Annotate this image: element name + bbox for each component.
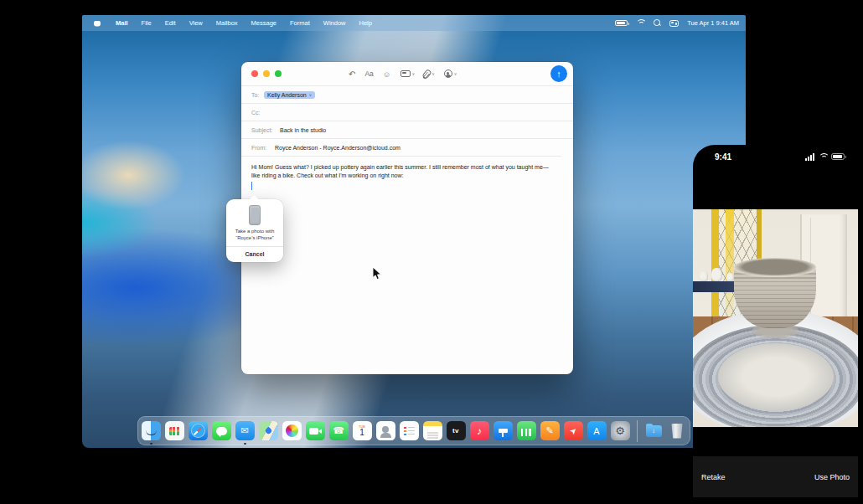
dock-icon-phone[interactable]: ☎ <box>329 421 349 440</box>
dock-icon-messages[interactable] <box>212 421 231 440</box>
chevron-down-icon: ∨ <box>309 93 312 97</box>
note-lines-icon <box>427 432 438 433</box>
menu-mail[interactable]: Mail <box>109 19 135 27</box>
paperclip-icon <box>421 69 432 80</box>
rocket-icon: ➤ <box>567 425 579 437</box>
menu-format[interactable]: Format <box>283 19 317 27</box>
dock-icon-finder[interactable] <box>142 421 161 440</box>
text-cursor <box>251 182 252 190</box>
window-titlebar[interactable]: ↶ Aa ☺ ∨ ∨ ∨ ↑ <box>241 62 573 85</box>
retake-button[interactable]: Retake <box>701 473 726 481</box>
podium-icon <box>499 429 508 433</box>
app-store-a-icon: A <box>593 426 599 436</box>
close-button[interactable] <box>251 70 258 77</box>
menu-mailbox[interactable]: Mailbox <box>209 19 245 27</box>
compass-icon <box>191 424 205 438</box>
wifi-icon <box>818 153 828 161</box>
iphone-status-bar: 9:41 <box>693 145 858 168</box>
recipient-name: Kelly Anderson <box>267 92 307 98</box>
dock-icon-calendar[interactable]: TUE1 <box>353 421 372 440</box>
dock-icon-trash[interactable] <box>668 421 687 440</box>
dock-icon-photos[interactable] <box>282 421 302 440</box>
insert-from-iphone-button[interactable]: ∨ <box>444 69 457 78</box>
person-silhouette-icon <box>382 426 389 433</box>
menu-window[interactable]: Window <box>317 19 353 27</box>
from-field[interactable]: From: Royce Anderson - Royce.Anderson@ic… <box>241 138 573 156</box>
menu-bar-clock[interactable]: Tue Apr 1 9:41 AM <box>687 19 739 27</box>
search-icon[interactable] <box>654 19 661 27</box>
attach-button[interactable]: ∨ <box>424 69 435 79</box>
subject-value: Back in the studio <box>280 127 326 133</box>
dock-icon-apple-tv[interactable]: tv <box>447 421 466 440</box>
tv-logo-icon: tv <box>452 427 459 435</box>
menu-file[interactable]: File <box>135 19 158 27</box>
chevron-down-icon: ∨ <box>412 71 416 76</box>
minimize-button[interactable] <box>263 70 270 77</box>
mail-compose-window: ↶ Aa ☺ ∨ ∨ ∨ ↑ To: Kelly Anderson ∨ Cc: … <box>241 62 573 374</box>
launchpad-grid-icon <box>169 427 180 435</box>
undo-icon[interactable]: ↶ <box>349 69 355 79</box>
dock-icon-music[interactable]: ♪ <box>470 421 489 440</box>
menu-edit[interactable]: Edit <box>158 19 183 27</box>
dock-icon-maps[interactable] <box>259 421 278 440</box>
popover-text-line2: “Royce’s iPhone” <box>230 235 280 242</box>
from-label: From: <box>251 145 275 151</box>
zoom-button[interactable] <box>275 70 282 77</box>
cc-field[interactable]: Cc: <box>241 103 573 121</box>
map-pointer-icon <box>264 427 272 435</box>
battery-icon[interactable] <box>615 20 628 26</box>
dock-divider <box>637 420 638 442</box>
from-value: Royce Anderson - Royce.Anderson@icloud.c… <box>275 145 400 151</box>
dock-icon-pages[interactable]: ✎ <box>540 421 560 440</box>
send-button[interactable]: ↑ <box>550 65 567 82</box>
pottery-piece <box>711 268 722 281</box>
captured-photo <box>693 209 858 427</box>
dock-icon-system-settings[interactable]: ⚙ <box>611 421 630 440</box>
phone-handset-icon: ☎ <box>333 425 344 436</box>
dock-icon-rocket[interactable]: ➤ <box>564 421 583 440</box>
subject-field[interactable]: Subject: Back in the studio <box>241 121 573 138</box>
wifi-icon[interactable] <box>636 19 645 27</box>
menu-bar: Mail File Edit View Mailbox Message Form… <box>82 15 746 31</box>
iphone-clock: 9:41 <box>715 152 731 162</box>
mouse-pointer-icon <box>372 266 382 281</box>
subject-label: Subject: <box>251 127 280 133</box>
to-field[interactable]: To: Kelly Anderson ∨ <box>241 85 573 103</box>
dock-icon-reminders[interactable] <box>400 421 419 440</box>
dock-icon-notes[interactable] <box>423 421 442 440</box>
battery-icon <box>831 153 845 160</box>
dock-icon-downloads[interactable] <box>644 421 664 440</box>
mac-desktop: Mail File Edit View Mailbox Message Form… <box>82 15 746 448</box>
dock-icon-mail[interactable]: ✉ <box>235 421 255 440</box>
dock-icon-launchpad[interactable] <box>165 421 184 440</box>
dock-icon-facetime[interactable] <box>306 421 325 440</box>
photo-browser-icon <box>400 70 411 78</box>
dock-icon-app-store[interactable]: A <box>587 421 607 440</box>
dock-icon-safari[interactable] <box>189 421 208 440</box>
iphone-icon <box>249 205 261 225</box>
menu-help[interactable]: Help <box>352 19 378 27</box>
apple-menu-icon[interactable] <box>94 20 101 27</box>
use-photo-button[interactable]: Use Photo <box>814 473 850 481</box>
emoji-icon[interactable]: ☺ <box>383 69 391 79</box>
insert-from-iphone-icon <box>444 69 452 78</box>
menu-message[interactable]: Message <box>245 19 283 27</box>
dock: ✉ ☎ TUE1 tv ♪ ✎ ➤ A ⚙ <box>137 416 690 445</box>
message-body[interactable]: Hi Mom! Guess what? I picked up pottery … <box>241 156 561 179</box>
camera-action-bar: Retake Use Photo <box>693 456 858 497</box>
cancel-button[interactable]: Cancel <box>226 247 283 262</box>
cc-label: Cc: <box>251 110 264 116</box>
color-wheel-icon <box>286 424 298 437</box>
recipient-token[interactable]: Kelly Anderson ∨ <box>264 91 315 99</box>
format-button[interactable]: Aa <box>364 69 373 78</box>
control-center-icon[interactable] <box>669 20 679 27</box>
dock-icon-contacts[interactable] <box>376 421 395 440</box>
dock-icon-numbers[interactable] <box>517 421 536 440</box>
popover-text-line1: Take a photo with <box>230 229 280 235</box>
photo-browser-button[interactable]: ∨ <box>400 70 416 78</box>
chevron-down-icon: ∨ <box>432 71 435 76</box>
menu-view[interactable]: View <box>183 19 209 27</box>
downloads-folder-icon <box>646 425 662 437</box>
dock-icon-keynote[interactable] <box>494 421 513 440</box>
checklist-icon <box>404 426 415 435</box>
